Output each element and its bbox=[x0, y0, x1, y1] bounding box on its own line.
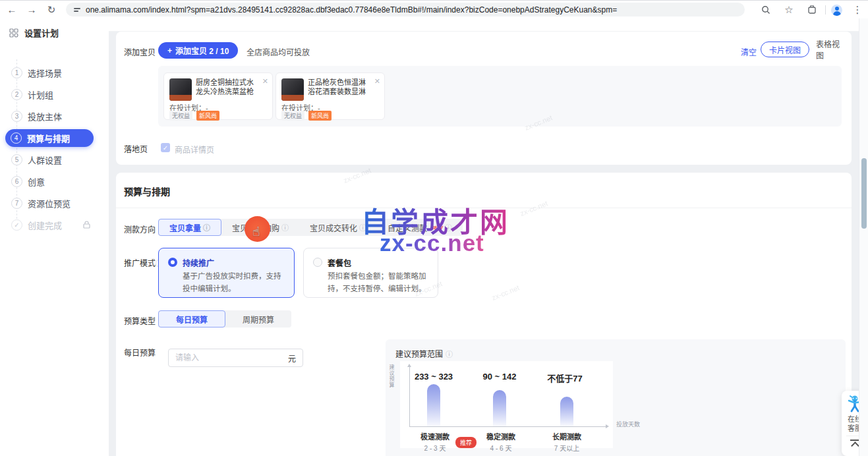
bar-fast-test bbox=[427, 384, 440, 426]
sidebar-step-audience[interactable]: 5 人群设置 bbox=[0, 153, 109, 166]
product-card[interactable]: 厨房全铜抽拉式水龙头冷热洗菜盆枪灰泡水... ✕ 在投计划：- 无权益 新风尚 bbox=[163, 72, 273, 120]
card-view-toggle[interactable]: 卡片视图 bbox=[761, 42, 809, 57]
radio-selected-icon[interactable] bbox=[168, 258, 177, 267]
tab-label: 宝贝成交转化 bbox=[310, 222, 357, 233]
selected-products-box: 厨房全铜抽拉式水龙头冷热洗菜盆枪灰泡水... ✕ 在投计划：- 无权益 新风尚 … bbox=[158, 66, 842, 127]
suggestion-chart: 233 ~ 323 90 ~ 142 不低于77 极速测款 2 - 3 天 推荐… bbox=[400, 361, 613, 448]
bar-value-label: 90 ~ 142 bbox=[483, 372, 517, 382]
mode-label: 推广模式ⓘ bbox=[124, 257, 163, 268]
table-view-toggle[interactable]: 表格视图 bbox=[808, 42, 852, 57]
sidebar-step-creative[interactable]: 6 创意 bbox=[0, 175, 109, 188]
radio-unselected-icon[interactable] bbox=[313, 258, 322, 267]
sidebar-step-budget-schedule-active[interactable]: 4 预算与排期 bbox=[5, 129, 94, 147]
tab-label: 每日预算 bbox=[176, 314, 208, 325]
tab-period-budget[interactable]: 周期预算 bbox=[225, 310, 291, 328]
budget-suggestion-panel: 建议预算范围ⓘ 建议预算 233 ~ 323 90 ~ 142 不低于77 极速… bbox=[386, 339, 846, 456]
landing-page-label: 落地页 bbox=[124, 143, 148, 154]
info-icon[interactable]: ⓘ bbox=[203, 222, 210, 233]
chart-title: 建议预算范围ⓘ bbox=[395, 348, 453, 359]
clear-all-link[interactable]: 清空 bbox=[741, 46, 757, 57]
x-axis-arrow bbox=[606, 424, 611, 428]
product-thumbnail bbox=[169, 78, 192, 101]
tab-label: 宝贝拿量 bbox=[169, 222, 201, 233]
step-number: 6 bbox=[11, 176, 22, 187]
daily-budget-input[interactable] bbox=[175, 353, 284, 362]
info-icon[interactable]: ⓘ bbox=[281, 222, 289, 233]
product-tags: 无权益 新风尚 bbox=[281, 111, 332, 121]
sidebar-step-placement-preview[interactable]: 7 资源位预览 bbox=[0, 196, 109, 210]
bar-category-label: 长期测款 7 天以上 bbox=[552, 431, 581, 453]
mode-title: 持续推广 bbox=[183, 257, 214, 268]
site-settings-icon[interactable] bbox=[74, 8, 80, 12]
chart-title-text: 建议预算范围 bbox=[395, 348, 443, 359]
add-item-button[interactable]: + 添加宝贝 2 / 10 bbox=[158, 42, 238, 59]
product-tags: 无权益 新风尚 bbox=[169, 111, 219, 121]
remove-product-icon[interactable]: ✕ bbox=[374, 77, 380, 86]
check-icon: ✓ bbox=[163, 144, 168, 152]
step-label: 选择场景 bbox=[28, 67, 62, 79]
daily-budget-label: 每日预算 bbox=[124, 347, 156, 358]
direction-label: 测款方向 bbox=[124, 223, 156, 235]
step-number: 4 bbox=[11, 132, 22, 144]
step-label: 创意 bbox=[28, 175, 45, 188]
budget-type-tabs: 每日预算 周期预算 bbox=[158, 310, 291, 328]
reload-icon[interactable]: ↻ bbox=[43, 3, 59, 17]
mode-desc: 基于广告投放实时扣费，支持投中编辑计划。 bbox=[183, 270, 287, 295]
back-icon[interactable]: ← bbox=[4, 3, 20, 17]
bar-category-label: 极速测款 2 - 3 天 bbox=[420, 431, 449, 453]
budget-type-label: 预算类型 bbox=[124, 315, 156, 326]
sidebar: 设置计划 1 选择场景 2 计划组 3 投放主体 4 预算与排期 5 人群设置 … bbox=[0, 18, 109, 456]
kebab-menu-icon[interactable]: ⋮ bbox=[850, 3, 865, 17]
tab-daily-budget[interactable]: 每日预算 bbox=[158, 310, 225, 328]
forward-icon[interactable]: → bbox=[24, 3, 40, 17]
category-name: 极速测款 bbox=[420, 431, 449, 442]
sidebar-header: 设置计划 bbox=[9, 26, 59, 39]
extensions-icon[interactable] bbox=[804, 3, 820, 17]
page-scrollbar-thumb[interactable] bbox=[861, 158, 867, 229]
profile-avatar-icon[interactable] bbox=[831, 5, 842, 16]
category-name: 稳定测款 bbox=[486, 431, 515, 442]
mode-card-continuous[interactable]: 持续推广 基于广告投放实时扣费，支持投中编辑计划。 bbox=[158, 248, 295, 298]
add-item-button-label: 添加宝贝 2 / 10 bbox=[175, 45, 229, 56]
sidebar-step-choose-scene[interactable]: 1 选择场景 bbox=[0, 66, 109, 79]
lock-icon bbox=[83, 221, 90, 229]
info-icon[interactable]: ⓘ bbox=[446, 349, 453, 359]
address-bar[interactable]: one.alimama.com/index.html?spm=a21dvs.28… bbox=[66, 3, 745, 16]
bookmark-star-icon[interactable]: ☆ bbox=[781, 3, 797, 17]
step-label: 人群设置 bbox=[28, 154, 62, 166]
y-axis bbox=[409, 365, 410, 426]
product-card[interactable]: 正品枪灰色恒温淋浴花洒套装数显淋雨浴全... ✕ 在投计划：- 无权益 新风尚 bbox=[275, 72, 385, 120]
zoom-search-icon[interactable] bbox=[758, 3, 774, 17]
section-title: 预算与排期 bbox=[124, 185, 170, 198]
currency-unit: 元 bbox=[288, 353, 296, 364]
bar-value-label: 不低于77 bbox=[547, 372, 582, 384]
category-days: 4 - 6 天 bbox=[486, 443, 515, 453]
rights-tag: 无权益 bbox=[169, 111, 192, 121]
x-axis bbox=[409, 426, 607, 427]
rights-tag: 无权益 bbox=[281, 111, 304, 121]
sidebar-header-label: 设置计划 bbox=[24, 26, 59, 39]
sidebar-step-delivery-subject[interactable]: 3 投放主体 bbox=[0, 109, 109, 123]
bar-category-label: 稳定测款 4 - 6 天 bbox=[486, 431, 515, 453]
step-label: 计划组 bbox=[28, 88, 53, 101]
add-items-hint: 全店商品均可投放 bbox=[246, 46, 310, 57]
step-check-icon: ✓ bbox=[11, 219, 22, 231]
step-number: 5 bbox=[11, 154, 22, 165]
landing-checkbox[interactable]: ✓ bbox=[161, 143, 170, 152]
page-scrollbar-track[interactable] bbox=[859, 18, 868, 456]
browser-actions: ☆ ⋮ bbox=[754, 1, 865, 19]
url-text: one.alimama.com/index.html?spm=a21dvs.28… bbox=[86, 5, 617, 14]
chart-x-axis-label: 投放天数 bbox=[616, 420, 640, 428]
browser-toolbar: ← → ↻ one.alimama.com/index.html?spm=a21… bbox=[0, 0, 868, 18]
plan-grid-icon bbox=[9, 28, 18, 38]
category-days: 7 天以上 bbox=[552, 443, 581, 453]
remove-product-icon[interactable]: ✕ bbox=[262, 77, 268, 86]
sidebar-step-plan-group[interactable]: 2 计划组 bbox=[0, 88, 109, 101]
step-label: 资源位预览 bbox=[28, 197, 71, 210]
toolbar-divider bbox=[825, 5, 826, 14]
hand-cursor-icon: ☝ bbox=[252, 224, 260, 239]
recommended-badge: 推荐 bbox=[455, 437, 477, 448]
category-name: 长期测款 bbox=[552, 431, 581, 442]
tab-baobei-naliang[interactable]: 宝贝拿量 ⓘ bbox=[158, 219, 221, 236]
landing-option-label: 商品详情页 bbox=[175, 144, 214, 155]
